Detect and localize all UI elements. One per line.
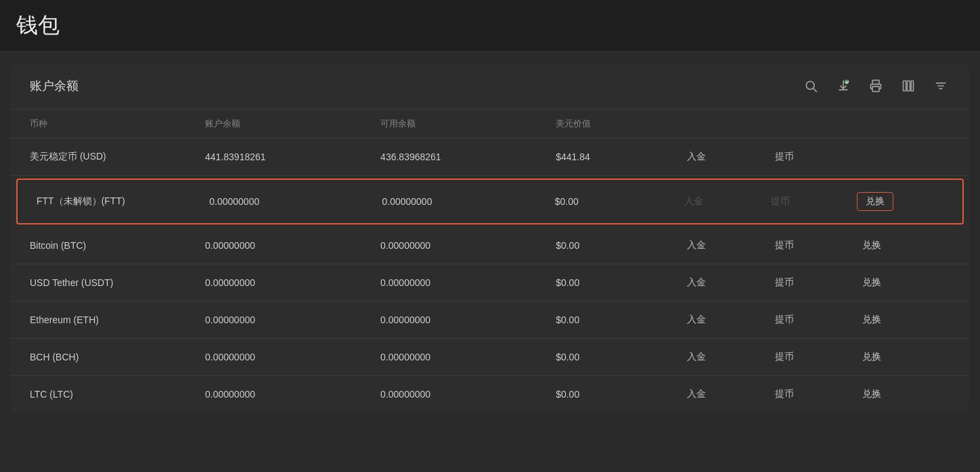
available-value: 0.00000000 (380, 352, 556, 362)
section-title: 账户余额 (30, 78, 79, 94)
deposit-action[interactable]: 入金 (687, 314, 775, 326)
usd-value: $0.00 (555, 196, 684, 207)
svg-rect-5 (904, 81, 906, 91)
exchange-action[interactable]: 兑换 (862, 351, 950, 363)
header-action2 (775, 118, 863, 130)
exchange-action[interactable]: 兑换 (862, 388, 950, 400)
available-value: 0.00000000 (380, 389, 556, 400)
withdraw-action[interactable]: 提币 (775, 314, 863, 326)
exchange-action[interactable]: 兑换 (862, 239, 950, 252)
balance-value: 0.00000000 (205, 314, 380, 325)
page-header: 钱包 (0, 0, 980, 52)
deposit-action[interactable]: 入金 (687, 351, 775, 363)
print-icon[interactable] (866, 76, 885, 95)
balance-value: 0.00000000 (205, 352, 380, 362)
exchange-button[interactable]: 兑换 (857, 192, 893, 211)
withdraw-action[interactable]: 提币 (775, 239, 863, 252)
search-icon[interactable] (801, 76, 820, 95)
withdraw-button[interactable]: 提币 (775, 277, 794, 289)
withdraw-action[interactable]: 提币 (775, 151, 863, 163)
balance-value: 0.00000000 (205, 240, 380, 251)
columns-icon[interactable] (899, 76, 918, 95)
table-row: 美元稳定币 (USD) 441.83918261 436.83968261 $4… (11, 139, 969, 176)
header-balance: 账户余额 (205, 118, 380, 130)
deposit-button[interactable]: 入金 (687, 388, 706, 400)
header-currency: 币种 (30, 118, 205, 130)
table-row: USD Tether (USDT) 0.00000000 0.00000000 … (11, 264, 969, 302)
usd-value: $0.00 (556, 352, 687, 362)
balance-value: 441.83918261 (205, 151, 380, 162)
header-available: 可用余额 (380, 118, 556, 130)
balance-value: 0.00000000 (205, 389, 380, 400)
deposit-button[interactable]: 入金 (687, 351, 706, 363)
svg-line-1 (814, 89, 817, 92)
usd-value: $0.00 (556, 277, 687, 288)
available-value: 0.00000000 (380, 314, 556, 325)
table-header-row: 币种 账户余额 可用余额 美元价值 (11, 110, 969, 139)
svg-rect-3 (872, 80, 879, 85)
currency-name: USD Tether (USDT) (30, 277, 205, 288)
withdraw-action: 提币 (771, 195, 858, 208)
deposit-button[interactable]: 入金 (687, 314, 706, 326)
usd-value: $0.00 (556, 389, 687, 400)
exchange-button[interactable]: 兑换 (862, 277, 881, 289)
available-value: 0.00000000 (382, 196, 554, 207)
header-action1 (687, 118, 775, 130)
balance-value: 0.00000000 (205, 277, 380, 288)
withdraw-action[interactable]: 提币 (775, 388, 863, 400)
table-container: 币种 账户余额 可用余额 美元价值 美元稳定币 (USD) 441.839182… (11, 110, 969, 412)
table-row: Ethereum (ETH) 0.00000000 0.00000000 $0.… (11, 302, 969, 339)
page-title: 钱包 (16, 13, 60, 37)
table-row: BCH (BCH) 0.00000000 0.00000000 $0.00 入金… (11, 339, 969, 376)
deposit-action[interactable]: 入金 (687, 277, 775, 289)
withdraw-button[interactable]: 提币 (775, 351, 794, 363)
deposit-action[interactable]: 入金 (687, 388, 775, 400)
deposit-action[interactable]: 入金 (687, 151, 775, 163)
currency-name: Bitcoin (BTC) (30, 240, 205, 251)
section-header: 账户余额 (11, 63, 969, 110)
currency-name: BCH (BCH) (30, 352, 205, 362)
withdraw-button-disabled: 提币 (771, 195, 790, 208)
exchange-button[interactable]: 兑换 (862, 239, 881, 252)
withdraw-button[interactable]: 提币 (775, 239, 794, 252)
withdraw-button[interactable]: 提币 (775, 151, 794, 163)
balance-value: 0.00000000 (209, 196, 382, 207)
usd-value: $441.84 (556, 151, 687, 162)
exchange-action[interactable]: 兑换 (862, 277, 950, 289)
main-content: 账户余额 (11, 63, 969, 412)
usd-value: $0.00 (556, 314, 687, 325)
exchange-action[interactable]: 兑换 (862, 314, 950, 326)
table-row: Bitcoin (BTC) 0.00000000 0.00000000 $0.0… (11, 227, 969, 264)
svg-rect-4 (872, 87, 879, 91)
header-action3 (862, 118, 950, 130)
deposit-action: 入金 (684, 195, 771, 208)
deposit-button-disabled: 入金 (684, 195, 703, 208)
exchange-action[interactable]: 兑换 (857, 192, 943, 211)
svg-rect-6 (907, 81, 910, 91)
exchange-button[interactable]: 兑换 (862, 314, 881, 326)
withdraw-button[interactable]: 提币 (775, 388, 794, 400)
toolbar-icons (801, 76, 950, 95)
exchange-button[interactable]: 兑换 (862, 388, 881, 400)
deposit-button[interactable]: 入金 (687, 151, 706, 163)
available-value: 0.00000000 (380, 240, 556, 251)
withdraw-button[interactable]: 提币 (775, 314, 794, 326)
usd-value: $0.00 (556, 240, 687, 251)
download-icon[interactable] (834, 76, 853, 95)
deposit-button[interactable]: 入金 (687, 239, 706, 252)
withdraw-action[interactable]: 提币 (775, 351, 863, 363)
header-usd-value: 美元价值 (556, 118, 687, 130)
available-value: 0.00000000 (380, 277, 556, 288)
exchange-button[interactable]: 兑换 (862, 351, 881, 363)
currency-name: 美元稳定币 (USD) (30, 151, 205, 163)
table-row: LTC (LTC) 0.00000000 0.00000000 $0.00 入金… (11, 376, 969, 412)
filter-icon[interactable] (931, 76, 950, 95)
svg-rect-7 (911, 81, 913, 91)
currency-name: LTC (LTC) (30, 389, 205, 400)
available-value: 436.83968261 (380, 151, 556, 162)
deposit-action[interactable]: 入金 (687, 239, 775, 252)
currency-name: FTT（未解锁）(FTT) (37, 195, 209, 208)
currency-name: Ethereum (ETH) (30, 314, 205, 325)
withdraw-action[interactable]: 提币 (775, 277, 863, 289)
deposit-button[interactable]: 入金 (687, 277, 706, 289)
